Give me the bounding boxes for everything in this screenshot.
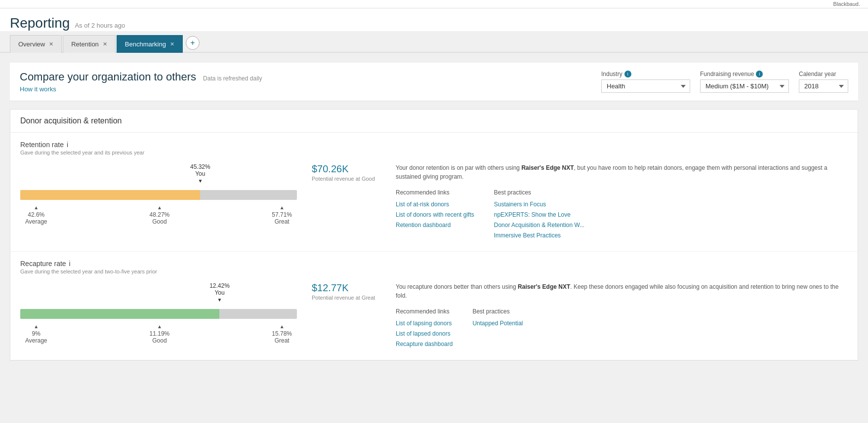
main-content: Compare your organization to others Data… bbox=[0, 53, 868, 371]
calendar-label: Calendar year bbox=[799, 71, 848, 77]
recapture-rate-block: Recapture rate i Gave during the selecte… bbox=[10, 252, 858, 360]
tab-retention[interactable]: Retention ✕ bbox=[63, 35, 116, 53]
top-bar: Blackbaud. bbox=[0, 0, 868, 8]
tab-add-icon: + bbox=[190, 38, 195, 47]
tab-benchmarking-close[interactable]: ✕ bbox=[170, 41, 174, 47]
brand-label: Blackbaud. bbox=[833, 1, 860, 7]
tab-benchmarking[interactable]: Benchmarking ✕ bbox=[117, 35, 183, 53]
compare-title: Compare your organization to others bbox=[20, 71, 196, 83]
retention-rate-title: Retention rate i bbox=[20, 141, 848, 149]
recapture-bar-track bbox=[20, 309, 297, 319]
recapture-link-dashboard[interactable]: Recapture dashboard bbox=[396, 340, 453, 348]
retention-rate-block: Retention rate i Gave during the selecte… bbox=[10, 133, 858, 252]
calendar-filter: Calendar year 2016 2017 2018 2019 bbox=[799, 71, 848, 93]
recapture-rate-info-icon[interactable]: i bbox=[69, 260, 71, 268]
retention-bar-track bbox=[20, 190, 297, 200]
recapture-benchmark-great: 15.78% Great bbox=[272, 324, 292, 344]
recapture-links-row: Recommended links List of lapsing donors… bbox=[396, 307, 848, 350]
retention-rate-content: 45.32% You ▼ 42.6% Average bbox=[20, 163, 848, 241]
fundraising-label: Fundraising revenue i bbox=[700, 71, 789, 77]
retention-link-at-risk[interactable]: List of at-risk donors bbox=[396, 200, 474, 209]
recapture-rate-content: 12.42% You ▼ 9% Average bbox=[20, 282, 848, 350]
industry-info-icon[interactable]: i bbox=[624, 71, 631, 77]
recapture-link-lapsed[interactable]: List of lapsed donors bbox=[396, 329, 453, 338]
retention-bp-immersive[interactable]: Immersive Best Practices bbox=[494, 231, 584, 240]
industry-select[interactable]: Health Education Human Services Arts & C… bbox=[601, 79, 690, 93]
recapture-revenue-label: Potential revenue at Great bbox=[312, 295, 386, 301]
retention-bp-show-love[interactable]: npEXPERTS: Show the Love bbox=[494, 210, 584, 219]
data-refresh-label: Data is refreshed daily bbox=[203, 75, 262, 82]
compare-section-header: Compare your organization to others Data… bbox=[10, 63, 858, 101]
tab-retention-label: Retention bbox=[71, 40, 99, 48]
donor-section: Donor acquisition & retention Retention … bbox=[10, 109, 858, 361]
recapture-you-label-area: 12.42% You ▼ bbox=[20, 282, 297, 307]
retention-link-recent-gifts[interactable]: List of donors with recent gifts bbox=[396, 210, 474, 219]
recapture-recommended-title: Recommended links bbox=[396, 307, 453, 316]
retention-revenue-label: Potential revenue at Good bbox=[312, 176, 386, 182]
page-subtitle: As of 2 hours ago bbox=[75, 22, 125, 29]
recapture-revenue-area: $12.77K Potential revenue at Great bbox=[297, 282, 386, 301]
retention-rate-info-icon[interactable]: i bbox=[67, 141, 68, 149]
industry-filter: Industry i Health Education Human Servic… bbox=[601, 71, 690, 93]
retention-recommended-title: Recommended links bbox=[396, 188, 474, 197]
fundraising-select[interactable]: Small (< $1M) Medium ($1M - $10M) Large … bbox=[700, 79, 789, 93]
retention-link-dashboard[interactable]: Retention dashboard bbox=[396, 221, 474, 230]
tab-overview-close[interactable]: ✕ bbox=[49, 41, 53, 47]
how-it-works-link[interactable]: How it works bbox=[20, 85, 262, 93]
retention-rate-subtitle: Gave during the selected year and its pr… bbox=[20, 150, 848, 155]
recapture-insights-area: You recapture donors better than others … bbox=[386, 282, 848, 350]
retention-revenue-area: $70.26K Potential revenue at Good bbox=[297, 163, 386, 182]
calendar-select[interactable]: 2016 2017 2018 2019 bbox=[799, 79, 848, 93]
recapture-rate-subtitle: Gave during the selected year and two-to… bbox=[20, 269, 848, 274]
retention-best-practices: Best practices Sustainers in Focus npEXP… bbox=[494, 188, 584, 241]
tab-overview[interactable]: Overview ✕ bbox=[10, 35, 62, 53]
retention-you-label-area: 45.32% You ▼ bbox=[20, 163, 297, 188]
recapture-benchmark-good: 11.19% Good bbox=[150, 324, 170, 344]
retention-you-percent: 45.32% You ▼ bbox=[190, 163, 210, 184]
recapture-benchmarks: 9% Average 11.19% Good 15.78% Great bbox=[20, 324, 297, 344]
page-header: Reporting As of 2 hours ago bbox=[0, 8, 868, 31]
compare-section-left: Compare your organization to others Data… bbox=[20, 71, 262, 93]
recapture-best-practices: Best practices Untapped Potential bbox=[472, 307, 523, 350]
fundraising-filter: Fundraising revenue i Small (< $1M) Medi… bbox=[700, 71, 789, 93]
filters-area: Industry i Health Education Human Servic… bbox=[601, 71, 848, 93]
retention-bp-sustainers[interactable]: Sustainers in Focus bbox=[494, 200, 584, 209]
tab-add-button[interactable]: + bbox=[186, 36, 200, 50]
retention-rate-chart: 45.32% You ▼ 42.6% Average bbox=[20, 163, 297, 225]
retention-insight-text: Your donor retention is on par with othe… bbox=[396, 163, 848, 181]
retention-bp-acquisition[interactable]: Donor Acquisition & Retention W... bbox=[494, 221, 584, 230]
retention-recommended-links: Recommended links List of at-risk donors… bbox=[396, 188, 474, 241]
recapture-bar-fill bbox=[20, 309, 219, 319]
retention-bar-fill bbox=[20, 190, 200, 200]
retention-insights-area: Your donor retention is on par with othe… bbox=[386, 163, 848, 241]
retention-benchmark-great: 57.71% Great bbox=[272, 205, 292, 225]
recapture-benchmark-average: 9% Average bbox=[25, 324, 47, 344]
recapture-rate-title: Recapture rate i bbox=[20, 260, 848, 268]
recapture-best-practices-title: Best practices bbox=[472, 307, 523, 316]
retention-links-row: Recommended links List of at-risk donors… bbox=[396, 188, 848, 241]
retention-best-practices-title: Best practices bbox=[494, 188, 584, 197]
tab-benchmarking-label: Benchmarking bbox=[125, 40, 166, 48]
recapture-you-percent: 12.42% You ▼ bbox=[209, 282, 230, 303]
recapture-revenue-amount: $12.77K bbox=[312, 282, 386, 294]
retention-revenue-amount: $70.26K bbox=[312, 163, 386, 175]
retention-benchmark-average: 42.6% Average bbox=[25, 205, 47, 225]
tab-overview-label: Overview bbox=[18, 40, 45, 48]
industry-label: Industry i bbox=[601, 71, 690, 77]
recapture-bp-untapped[interactable]: Untapped Potential bbox=[472, 319, 523, 328]
recapture-insight-text: You recapture donors better than others … bbox=[396, 282, 848, 300]
retention-benchmark-good: 48.27% Good bbox=[150, 205, 170, 225]
tab-retention-close[interactable]: ✕ bbox=[103, 41, 107, 47]
page-title: Reporting bbox=[10, 15, 70, 31]
recapture-link-lapsing[interactable]: List of lapsing donors bbox=[396, 319, 453, 328]
fundraising-info-icon[interactable]: i bbox=[756, 71, 763, 77]
retention-benchmarks: 42.6% Average 48.27% Good 57.71% Great bbox=[20, 205, 297, 225]
tabs-bar: Overview ✕ Retention ✕ Benchmarking ✕ + bbox=[0, 34, 868, 53]
recapture-rate-chart: 12.42% You ▼ 9% Average bbox=[20, 282, 297, 344]
donor-section-title: Donor acquisition & retention bbox=[10, 110, 858, 133]
recapture-recommended-links: Recommended links List of lapsing donors… bbox=[396, 307, 453, 350]
